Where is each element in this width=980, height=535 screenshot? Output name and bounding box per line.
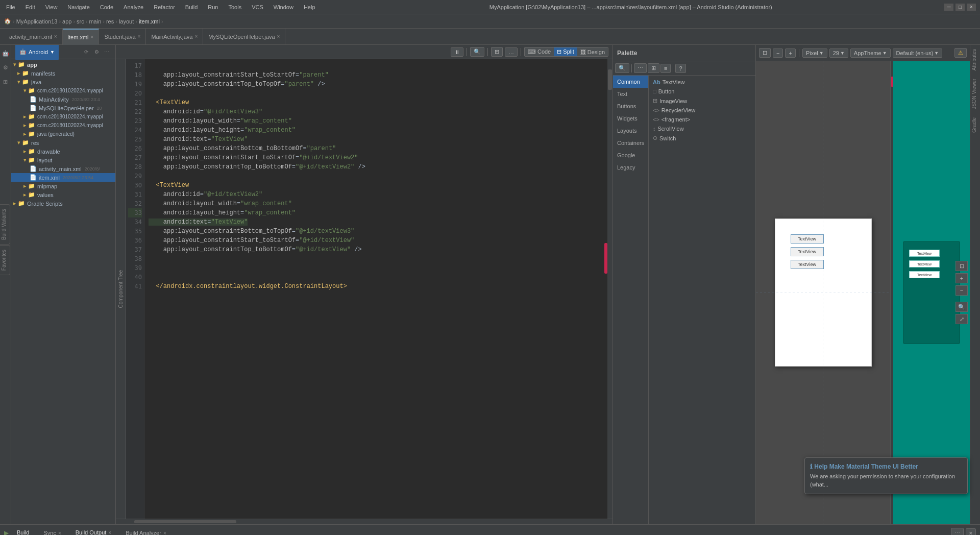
design-view-btn[interactable]: 🖼 Design — [577, 47, 608, 56]
palette-cat-buttons[interactable]: Buttons — [613, 100, 648, 112]
gear-icon[interactable]: ⚙ — [1, 63, 10, 72]
breadcrumb-res[interactable]: res — [106, 18, 114, 25]
palette-cat-legacy[interactable]: Legacy — [613, 161, 648, 174]
breadcrumb-app2[interactable]: app — [62, 18, 71, 25]
warn-btn[interactable]: ⚠ — [954, 48, 967, 58]
code-view-btn[interactable]: ⌨ Code — [525, 47, 554, 56]
breadcrumb-src[interactable]: src — [77, 18, 84, 25]
menu-edit[interactable]: Edit — [23, 3, 37, 11]
editor-scrollbar[interactable] — [607, 59, 612, 519]
api-btn[interactable]: 29 ▼ — [829, 48, 848, 58]
code-editor-content[interactable]: app:layout_constraintStart_toStartOf="pa… — [144, 59, 612, 519]
tab-sqlitehelper-java[interactable]: MySQLiteOpenHelper.java × — [203, 29, 285, 45]
menu-navigate[interactable]: Navigate — [65, 3, 91, 11]
device-btn[interactable]: Pixel ▼ — [802, 48, 827, 58]
zoom-reset-btn[interactable]: ⊡ — [759, 48, 771, 58]
palette-more-btn[interactable]: ⋯ — [634, 63, 647, 73]
zoom-out-btn2[interactable]: − — [955, 285, 968, 296]
settings-icon[interactable]: ⚙ — [92, 47, 101, 57]
split-view-btn[interactable]: ⊟ Split — [554, 47, 577, 56]
layout-btn[interactable]: ⊞ — [491, 47, 503, 57]
tab-mainactivity-java[interactable]: MainActivity.java × — [146, 29, 203, 45]
gradle-label[interactable]: Gradle — [970, 113, 980, 137]
zoom-in-btn2[interactable]: + — [955, 273, 968, 283]
close-icon[interactable]: × — [54, 34, 57, 39]
palette-layout-btn[interactable]: ⊞ — [648, 63, 659, 73]
palette-item-fragment[interactable]: <> <fragment> — [651, 115, 753, 124]
tab-item-xml[interactable]: item.xml × — [63, 29, 100, 45]
menu-refactor[interactable]: Refactor — [152, 3, 177, 11]
close-icon[interactable]: × — [58, 530, 61, 536]
pause-btn[interactable]: ⏸ — [451, 47, 463, 57]
close-icon[interactable]: × — [91, 34, 94, 40]
tab-activity-main[interactable]: activity_main.xml × — [4, 29, 63, 45]
breadcrumb-app[interactable]: MyApplication13 — [16, 18, 58, 25]
bottom-more-btn[interactable]: ⋯ — [951, 528, 964, 535]
win-maximize-btn[interactable]: □ — [955, 4, 965, 11]
zoom-fit-btn[interactable]: ⊡ — [955, 261, 968, 271]
menu-code[interactable]: Code — [98, 3, 115, 11]
zoom-search-btn[interactable]: 🔍 — [955, 302, 968, 312]
win-close-btn[interactable]: × — [967, 4, 976, 11]
tree-item-com2[interactable]: ▸ 📁 com.c201801020224.myappl — [11, 112, 115, 121]
tree-item-res[interactable]: ▾ 📁 res — [11, 138, 115, 147]
tree-item-item-xml[interactable]: 📄 item.xml 2020/8/2 23:54 — [11, 173, 115, 182]
palette-item-switch[interactable]: ⊙ Switch — [651, 133, 753, 143]
tab-sync[interactable]: Sync× — [37, 528, 67, 536]
breadcrumb-item[interactable]: 🏠 — [4, 18, 11, 25]
close-icon[interactable]: × — [138, 34, 141, 39]
tree-item-drawable[interactable]: ▸ 📁 drawable — [11, 147, 115, 156]
design-expand-btn[interactable]: ⤢ — [955, 314, 968, 324]
tab-build-output[interactable]: Build Output× — [69, 527, 117, 536]
palette-cat-widgets[interactable]: Widgets — [613, 112, 648, 125]
component-tree-label[interactable]: Component Tree — [117, 266, 125, 312]
palette-cat-common[interactable]: Common — [613, 76, 648, 88]
android-view-tab[interactable]: 🤖 Android ▼ — [15, 45, 59, 60]
tree-item-gradle[interactable]: ▸ 📁 Gradle Scripts — [11, 199, 115, 208]
zoom-in-btn[interactable]: + — [785, 48, 795, 58]
palette-item-scrollview[interactable]: ↕ ScrollView — [651, 124, 753, 133]
scrollbar-thumb[interactable] — [608, 69, 612, 90]
tree-item-sqlitehelper[interactable]: 📄 MySQLiteOpenHelper 20 — [11, 104, 115, 112]
attributes-panel-label[interactable]: Attributes — [970, 45, 980, 75]
locale-btn[interactable]: Default (en-us) ▼ — [893, 48, 943, 58]
palette-item-recyclerview[interactable]: <> RecyclerView — [651, 106, 753, 115]
favorites-label[interactable]: Favorites — [0, 246, 8, 275]
menu-run[interactable]: Run — [206, 3, 220, 11]
zoom-out-btn[interactable]: − — [773, 48, 783, 58]
close-icon[interactable]: × — [195, 34, 198, 39]
tree-item-activity-main-xml[interactable]: 📄 activity_main.xml 2020/8/ — [11, 164, 115, 173]
breadcrumb-file[interactable]: item.xml — [139, 18, 160, 25]
menu-vcs[interactable]: VCS — [250, 3, 265, 11]
tree-item-layout[interactable]: ▾ 📁 layout — [11, 156, 115, 164]
sync-icon[interactable]: ⟳ — [82, 47, 91, 57]
more-icon[interactable]: ⋯ — [102, 47, 111, 57]
tree-item-manifests[interactable]: ▸ 📁 manifests — [11, 69, 115, 78]
hscrollbar-thumb[interactable] — [134, 520, 236, 523]
palette-item-textview[interactable]: Ab TextView — [651, 78, 753, 87]
json-viewer-label[interactable]: JSON Viewer — [970, 75, 980, 113]
palette-help-btn[interactable]: ? — [675, 64, 685, 73]
search-btn[interactable]: 🔍 — [470, 47, 484, 57]
menu-tools[interactable]: Tools — [226, 3, 243, 11]
structure-icon[interactable]: ⊞ — [1, 77, 10, 86]
palette-cat-text[interactable]: Text — [613, 88, 648, 100]
bottom-close-btn[interactable]: × — [966, 528, 976, 536]
palette-item-button[interactable]: □ Button — [651, 87, 753, 96]
close-icon[interactable]: × — [108, 530, 111, 536]
tree-item-com3[interactable]: ▸ 📁 com.c201801020224.myappl — [11, 121, 115, 130]
more-btn[interactable]: … — [505, 47, 518, 57]
editor-hscrollbar[interactable] — [116, 519, 612, 524]
tree-item-com1[interactable]: ▾ 📁 com.c201801020224.myappl — [11, 86, 115, 95]
palette-cat-containers[interactable]: Containers — [613, 137, 648, 149]
menu-build[interactable]: Build — [183, 3, 200, 11]
menu-window[interactable]: Window — [272, 3, 296, 11]
breadcrumb-layout[interactable]: layout — [119, 18, 134, 25]
tree-item-java[interactable]: ▾ 📁 java — [11, 78, 115, 86]
palette-item-imageview[interactable]: ⊞ ImageView — [651, 96, 753, 106]
theme-btn[interactable]: AppTheme ▼ — [850, 48, 891, 58]
breadcrumb-main[interactable]: main — [89, 18, 101, 25]
android-icon[interactable]: 🤖 — [1, 48, 10, 58]
tree-item-java-generated[interactable]: ▸ 📁 java (generated) — [11, 130, 115, 138]
tree-item-values[interactable]: ▸ 📁 values — [11, 190, 115, 199]
